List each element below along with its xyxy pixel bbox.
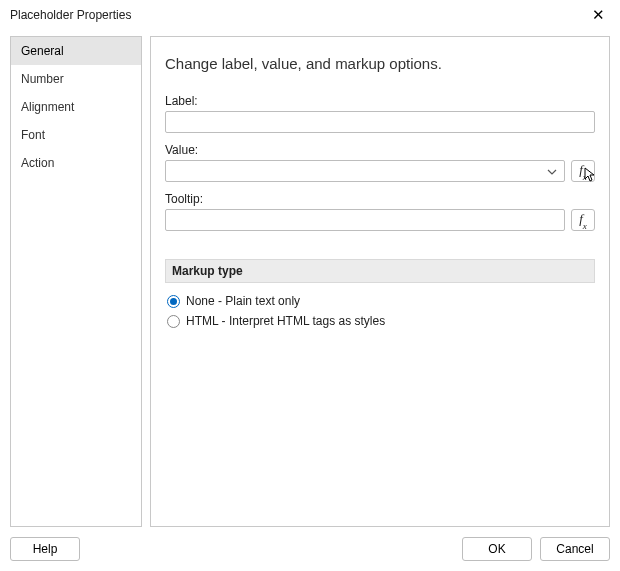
- footer: Help OK Cancel: [0, 531, 620, 571]
- tooltip-row: fx: [165, 209, 595, 231]
- titlebar: Placeholder Properties ✕: [0, 0, 620, 28]
- markup-option-label: None - Plain text only: [186, 294, 300, 308]
- markup-option-html[interactable]: HTML - Interpret HTML tags as styles: [165, 311, 595, 331]
- tooltip-expression-button[interactable]: fx: [571, 209, 595, 231]
- sidebar-item-general[interactable]: General: [11, 37, 141, 65]
- sidebar-item-action[interactable]: Action: [11, 149, 141, 177]
- main-panel: Change label, value, and markup options.…: [150, 36, 610, 527]
- label-field-label: Label:: [165, 94, 595, 108]
- fx-icon: fx: [579, 211, 587, 229]
- close-icon[interactable]: ✕: [586, 6, 610, 24]
- help-button[interactable]: Help: [10, 537, 80, 561]
- sidebar-item-alignment[interactable]: Alignment: [11, 93, 141, 121]
- sidebar-item-number[interactable]: Number: [11, 65, 141, 93]
- markup-section-header: Markup type: [165, 259, 595, 283]
- tooltip-input[interactable]: [165, 209, 565, 231]
- fx-icon: fx: [579, 162, 587, 180]
- window-title: Placeholder Properties: [10, 8, 131, 22]
- footer-right: OK Cancel: [462, 537, 610, 561]
- label-input[interactable]: [165, 111, 595, 133]
- ok-button[interactable]: OK: [462, 537, 532, 561]
- value-expression-button[interactable]: fx: [571, 160, 595, 182]
- value-field-label: Value:: [165, 143, 595, 157]
- value-row: fx: [165, 160, 595, 182]
- cancel-button[interactable]: Cancel: [540, 537, 610, 561]
- chevron-down-icon: [544, 164, 560, 178]
- label-block: Label:: [165, 94, 595, 133]
- dialog-body: General Number Alignment Font Action Cha…: [0, 28, 620, 531]
- page-heading: Change label, value, and markup options.: [165, 55, 595, 72]
- markup-option-none[interactable]: None - Plain text only: [165, 291, 595, 311]
- markup-option-label: HTML - Interpret HTML tags as styles: [186, 314, 385, 328]
- radio-icon: [167, 295, 180, 308]
- tooltip-field-label: Tooltip:: [165, 192, 595, 206]
- sidebar-item-font[interactable]: Font: [11, 121, 141, 149]
- value-combobox[interactable]: [165, 160, 565, 182]
- sidebar: General Number Alignment Font Action: [10, 36, 142, 527]
- radio-icon: [167, 315, 180, 328]
